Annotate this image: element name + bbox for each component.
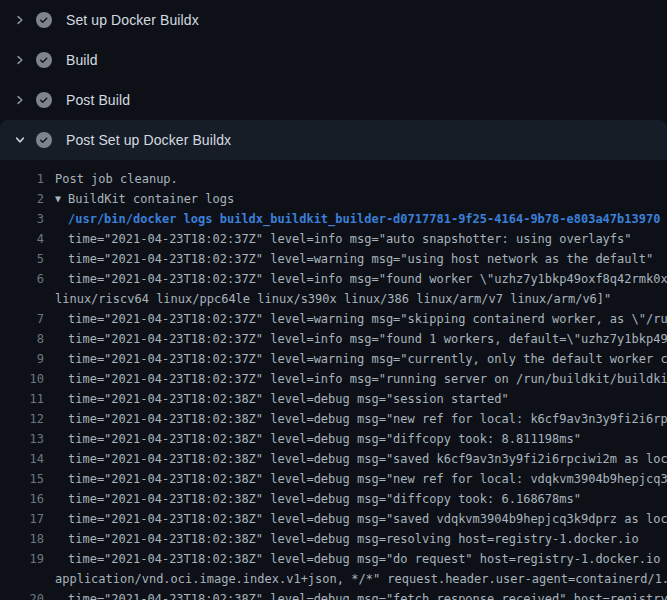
step-label: Post Build <box>66 92 130 108</box>
step-label: Set up Docker Buildx <box>66 12 199 28</box>
log-line-number[interactable]: 1 <box>0 169 44 189</box>
log-line-number[interactable] <box>0 569 44 589</box>
log-line-text: time="2021-04-23T18:02:37Z" level=info m… <box>68 369 667 389</box>
step-label: Post Set up Docker Buildx <box>66 132 231 148</box>
log-group-triangle-icon[interactable]: ▼ <box>55 189 61 209</box>
log-line-number[interactable]: 8 <box>0 329 44 349</box>
log-line-text: time="2021-04-23T18:02:38Z" level=debug … <box>68 589 667 600</box>
step-row-build[interactable]: Build <box>0 40 667 80</box>
log-line: 7 ▼ time="2021-04-23T18:02:37Z" level=wa… <box>0 309 667 329</box>
log-line: 4 ▼ time="2021-04-23T18:02:37Z" level=in… <box>0 229 667 249</box>
check-circle-icon <box>36 132 52 148</box>
check-circle-icon <box>36 92 52 108</box>
log-line: ▼ linux/riscv64 linux/ppc64le linux/s390… <box>0 289 667 309</box>
log-line-text: time="2021-04-23T18:02:38Z" level=debug … <box>68 409 667 429</box>
log-line-text: time="2021-04-23T18:02:38Z" level=debug … <box>68 389 509 409</box>
log-line-number[interactable]: 2 <box>0 189 44 209</box>
log-line-number[interactable]: 7 <box>0 309 44 329</box>
step-row-post-set-up-docker-buildx[interactable]: Post Set up Docker Buildx <box>0 120 667 160</box>
log-line-text: Post job cleanup. <box>55 169 178 189</box>
log-line: 1 ▼ Post job cleanup. <box>0 169 667 189</box>
log-line-number[interactable]: 12 <box>0 409 44 429</box>
log-line-number[interactable]: 18 <box>0 529 44 549</box>
log-line-text: time="2021-04-23T18:02:38Z" level=debug … <box>68 549 667 569</box>
step-row-set-up-docker-buildx[interactable]: Set up Docker Buildx <box>0 0 667 40</box>
log-line-number[interactable]: 3 <box>0 209 44 229</box>
log-line-text: BuildKit container logs <box>68 189 234 209</box>
log-line-text: time="2021-04-23T18:02:38Z" level=debug … <box>68 529 639 549</box>
log-line-text: application/vnd.oci.image.index.v1+json,… <box>55 569 667 589</box>
log-line: 11 ▼ time="2021-04-23T18:02:38Z" level=d… <box>0 389 667 409</box>
chevron-right-icon <box>14 54 26 66</box>
steps-list: Set up Docker Buildx Build Post Build <box>0 0 667 160</box>
log-lines: 1 ▼ Post job cleanup. 2 ▼ BuildKit conta… <box>0 160 667 600</box>
actions-log-viewer: Set up Docker Buildx Build Post Build <box>0 0 667 600</box>
log-line-number[interactable]: 5 <box>0 249 44 269</box>
log-line-text: time="2021-04-23T18:02:37Z" level=info m… <box>68 329 667 349</box>
log-line-text: time="2021-04-23T18:02:37Z" level=warnin… <box>68 349 667 369</box>
log-line: 14 ▼ time="2021-04-23T18:02:38Z" level=d… <box>0 449 667 469</box>
chevron-down-icon <box>14 134 26 146</box>
log-line-number[interactable]: 4 <box>0 229 44 249</box>
log-line: 2 ▼ BuildKit container logs <box>0 189 667 209</box>
log-line: 9 ▼ time="2021-04-23T18:02:37Z" level=wa… <box>0 349 667 369</box>
log-line: 13 ▼ time="2021-04-23T18:02:38Z" level=d… <box>0 429 667 449</box>
log-line-number[interactable]: 19 <box>0 549 44 569</box>
log-line-number[interactable]: 16 <box>0 489 44 509</box>
log-line: 19 ▼ time="2021-04-23T18:02:38Z" level=d… <box>0 549 667 569</box>
log-line: 3 ▼ /usr/bin/docker logs buildx_buildkit… <box>0 209 667 229</box>
chevron-right-icon <box>14 14 26 26</box>
chevron-right-icon <box>14 94 26 106</box>
log-line-text: /usr/bin/docker logs buildx_buildkit_bui… <box>68 209 660 229</box>
log-line-number[interactable]: 9 <box>0 349 44 369</box>
log-line-text: time="2021-04-23T18:02:37Z" level=warnin… <box>68 249 653 269</box>
log-line: 10 ▼ time="2021-04-23T18:02:37Z" level=i… <box>0 369 667 389</box>
step-label: Build <box>66 52 98 68</box>
log-line-text: linux/riscv64 linux/ppc64le linux/s390x … <box>55 289 611 309</box>
step-row-post-build[interactable]: Post Build <box>0 80 667 120</box>
log-line: 8 ▼ time="2021-04-23T18:02:37Z" level=in… <box>0 329 667 349</box>
log-line-number[interactable]: 6 <box>0 269 44 289</box>
log-line: ▼ application/vnd.oci.image.index.v1+jso… <box>0 569 667 589</box>
log-line-number[interactable]: 20 <box>0 589 44 600</box>
log-line: 17 ▼ time="2021-04-23T18:02:38Z" level=d… <box>0 509 667 529</box>
log-line-number[interactable]: 10 <box>0 369 44 389</box>
log-line-number[interactable]: 13 <box>0 429 44 449</box>
log-line-text: time="2021-04-23T18:02:38Z" level=debug … <box>68 489 581 509</box>
check-circle-icon <box>36 12 52 28</box>
check-circle-icon <box>36 52 52 68</box>
log-line-text: time="2021-04-23T18:02:37Z" level=info m… <box>68 229 632 249</box>
log-line-number[interactable]: 14 <box>0 449 44 469</box>
log-line-number[interactable]: 11 <box>0 389 44 409</box>
log-line: 6 ▼ time="2021-04-23T18:02:37Z" level=in… <box>0 269 667 289</box>
log-line: 15 ▼ time="2021-04-23T18:02:38Z" level=d… <box>0 469 667 489</box>
log-line-text: time="2021-04-23T18:02:38Z" level=debug … <box>68 449 667 469</box>
log-line-number[interactable]: 15 <box>0 469 44 489</box>
log-line: 5 ▼ time="2021-04-23T18:02:37Z" level=wa… <box>0 249 667 269</box>
log-line-text: time="2021-04-23T18:02:38Z" level=debug … <box>68 429 581 449</box>
log-line: 12 ▼ time="2021-04-23T18:02:38Z" level=d… <box>0 409 667 429</box>
log-line: 18 ▼ time="2021-04-23T18:02:38Z" level=d… <box>0 529 667 549</box>
log-line-text: time="2021-04-23T18:02:38Z" level=debug … <box>68 469 667 489</box>
log-line-text: time="2021-04-23T18:02:37Z" level=info m… <box>68 269 667 289</box>
log-line-text: time="2021-04-23T18:02:38Z" level=debug … <box>68 509 667 529</box>
log-line-text: time="2021-04-23T18:02:37Z" level=warnin… <box>68 309 667 329</box>
log-line: 20 ▼ time="2021-04-23T18:02:38Z" level=d… <box>0 589 667 600</box>
log-line-number[interactable]: 17 <box>0 509 44 529</box>
log-line-number[interactable] <box>0 289 44 309</box>
log-line: 16 ▼ time="2021-04-23T18:02:38Z" level=d… <box>0 489 667 509</box>
